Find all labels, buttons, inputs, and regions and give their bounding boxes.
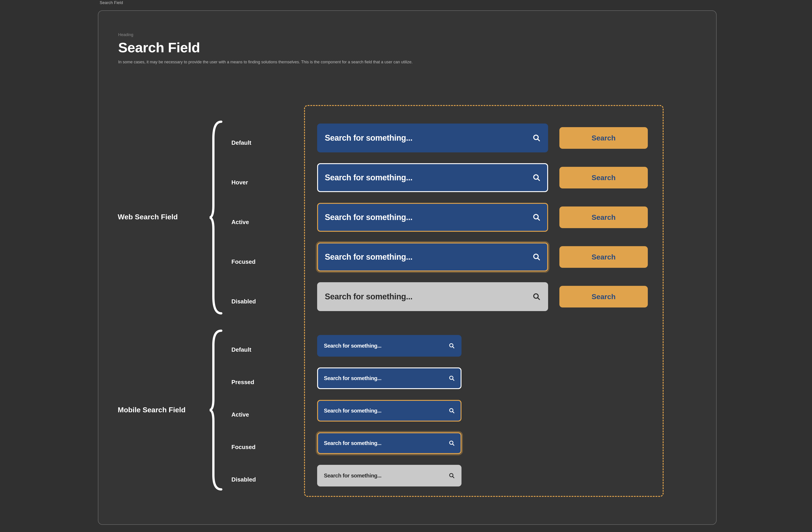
heading-block: Heading Search Field In some cases, it m… bbox=[118, 32, 412, 65]
search-icon bbox=[533, 293, 540, 300]
search-input[interactable]: Search for something... bbox=[317, 242, 548, 271]
search-placeholder: Search for something... bbox=[325, 292, 533, 301]
search-input[interactable]: Search for something... bbox=[317, 432, 462, 454]
search-input[interactable]: Search for something... bbox=[317, 163, 548, 192]
search-row-mobile-active: Search for something... bbox=[317, 400, 462, 422]
search-input[interactable]: Search for something... bbox=[317, 203, 548, 232]
search-row-mobile-focused: Search for something... bbox=[317, 432, 462, 454]
heading-eyebrow: Heading bbox=[118, 32, 412, 37]
search-icon bbox=[533, 213, 540, 221]
search-button[interactable]: Search bbox=[560, 167, 648, 189]
search-placeholder: Search for something... bbox=[324, 472, 449, 479]
search-button[interactable]: Search bbox=[560, 206, 648, 228]
search-row-web-disabled: Search for something... Search bbox=[317, 282, 648, 311]
search-button[interactable]: Search bbox=[560, 246, 648, 268]
page-description: In some cases, it may be necessary to pr… bbox=[118, 59, 412, 65]
section-label-web: Web Search Field bbox=[118, 213, 178, 221]
canvas-tab-label: Search Field bbox=[100, 0, 123, 5]
brace-icon bbox=[209, 120, 223, 315]
search-row-web-hover: Search for something... Search bbox=[317, 163, 648, 192]
search-input[interactable]: Search for something... bbox=[317, 335, 462, 357]
search-button[interactable]: Search bbox=[560, 127, 648, 149]
state-label: Active bbox=[231, 219, 249, 226]
search-placeholder: Search for something... bbox=[324, 375, 449, 381]
search-icon bbox=[533, 174, 540, 181]
search-row-mobile-pressed: Search for something... bbox=[317, 367, 462, 389]
search-row-web-active: Search for something... Search bbox=[317, 203, 648, 232]
search-icon[interactable] bbox=[449, 375, 455, 381]
state-label: Pressed bbox=[231, 379, 254, 386]
search-placeholder: Search for something... bbox=[324, 408, 449, 414]
brace-icon bbox=[209, 329, 223, 491]
search-input[interactable]: Search for something... bbox=[317, 400, 462, 422]
component-spec-panel: Heading Search Field In some cases, it m… bbox=[98, 10, 716, 525]
search-row-web-default: Search for something... Search bbox=[317, 123, 648, 152]
search-input: Search for something... bbox=[317, 465, 462, 486]
search-input[interactable]: Search for something... bbox=[317, 123, 548, 152]
state-label: Active bbox=[231, 411, 249, 418]
search-icon[interactable] bbox=[449, 408, 455, 414]
search-placeholder: Search for something... bbox=[324, 343, 449, 349]
search-row-mobile-default: Search for something... bbox=[317, 335, 462, 357]
state-label: Hover bbox=[231, 179, 248, 186]
state-label: Disabled bbox=[231, 476, 256, 483]
state-label: Default bbox=[231, 346, 251, 353]
search-row-web-focused: Search for something... Search bbox=[317, 242, 648, 271]
search-placeholder: Search for something... bbox=[325, 212, 533, 222]
state-label: Disabled bbox=[231, 298, 256, 305]
search-placeholder: Search for something... bbox=[324, 440, 449, 446]
search-input: Search for something... bbox=[317, 282, 548, 311]
search-icon[interactable] bbox=[449, 343, 455, 349]
search-icon[interactable] bbox=[449, 440, 455, 446]
search-button[interactable]: Search bbox=[560, 286, 648, 308]
page-title: Search Field bbox=[118, 40, 412, 56]
search-placeholder: Search for something... bbox=[325, 133, 533, 143]
search-row-mobile-disabled: Search for something... bbox=[317, 465, 462, 486]
search-icon bbox=[449, 473, 455, 478]
state-label: Focused bbox=[231, 258, 256, 265]
state-label: Focused bbox=[231, 444, 256, 450]
search-placeholder: Search for something... bbox=[325, 252, 533, 262]
search-input[interactable]: Search for something... bbox=[317, 367, 462, 389]
search-icon bbox=[533, 253, 540, 261]
state-label: Default bbox=[231, 139, 251, 146]
section-label-mobile: Mobile Search Field bbox=[118, 406, 186, 414]
search-placeholder: Search for something... bbox=[325, 173, 533, 182]
search-icon bbox=[533, 134, 540, 142]
